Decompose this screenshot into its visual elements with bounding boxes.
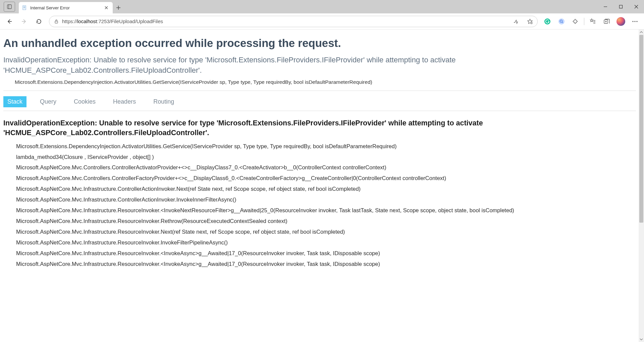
minimize-icon — [603, 5, 607, 9]
url-text: https://localhost:7253/FileUpload/Upload… — [62, 18, 507, 24]
tab-actions-button-wrap — [0, 0, 19, 13]
arrow-left-icon — [6, 18, 12, 24]
window-maximize-button[interactable] — [613, 0, 629, 13]
url-prefix: https:// — [62, 18, 77, 24]
new-tab-button[interactable] — [113, 2, 124, 13]
address-bar[interactable]: https://localhost:7253/FileUpload/Upload… — [49, 16, 538, 27]
close-icon — [105, 6, 108, 9]
maximize-icon — [619, 5, 623, 9]
tab-actions-button[interactable] — [4, 2, 15, 12]
url-host: localhost — [77, 18, 97, 24]
favicon-icon — [22, 5, 28, 10]
window-controls — [598, 0, 644, 13]
toolbar-divider — [584, 18, 584, 25]
refresh-button[interactable] — [32, 15, 46, 27]
back-button[interactable] — [3, 15, 16, 27]
svg-rect-2 — [23, 6, 26, 10]
read-aloud-icon — [513, 18, 519, 24]
forward-button[interactable] — [17, 15, 31, 27]
star-lines-icon — [589, 18, 596, 25]
search-circle-icon — [558, 18, 565, 25]
profile-button[interactable] — [614, 15, 627, 27]
svg-point-21 — [558, 18, 565, 24]
window-close-button[interactable] — [629, 0, 644, 13]
tab-title: Internal Server Error — [30, 5, 101, 10]
arrow-right-icon — [21, 18, 27, 24]
star-icon — [527, 18, 533, 24]
site-info-button[interactable] — [54, 19, 59, 24]
menu-button[interactable] — [629, 15, 641, 27]
lock-icon — [54, 19, 59, 24]
favorite-button[interactable] — [525, 17, 535, 26]
grammarly-icon — [544, 18, 551, 25]
url-path: :7253/FileUpload/UploadFiles — [97, 18, 163, 24]
extension-search[interactable] — [555, 15, 568, 27]
puzzle-icon — [572, 18, 579, 25]
tab-actions-icon — [7, 4, 12, 9]
close-icon — [634, 5, 638, 9]
svg-point-30 — [632, 21, 633, 22]
plus-icon — [116, 5, 121, 10]
svg-point-20 — [544, 18, 550, 24]
svg-point-31 — [634, 21, 635, 22]
svg-rect-0 — [7, 5, 11, 9]
svg-point-32 — [636, 21, 637, 22]
window-minimize-button[interactable] — [598, 0, 613, 13]
extensions-button[interactable] — [569, 15, 582, 27]
favorites-button[interactable] — [586, 15, 599, 27]
ellipsis-icon — [632, 18, 638, 24]
read-aloud-button[interactable] — [511, 17, 521, 26]
tab-close-button[interactable] — [103, 5, 109, 11]
collections-icon — [603, 18, 610, 25]
collections-button[interactable] — [600, 15, 613, 27]
browser-toolbar: https://localhost:7253/FileUpload/Upload… — [0, 13, 644, 30]
extension-grammarly[interactable] — [541, 15, 554, 27]
refresh-icon — [36, 18, 42, 24]
svg-rect-11 — [620, 5, 623, 8]
avatar-icon — [616, 17, 625, 26]
browser-titlebar: Internal Server Error — [0, 0, 644, 13]
browser-tab[interactable]: Internal Server Error — [19, 2, 113, 13]
svg-rect-16 — [55, 21, 58, 23]
